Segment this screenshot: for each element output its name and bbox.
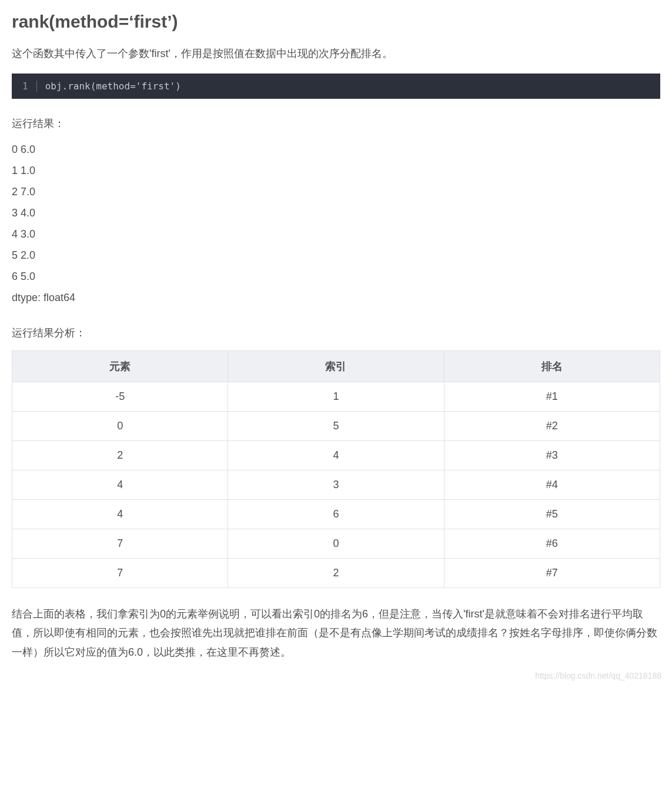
result-line: 0 6.0 [12,139,660,160]
table-cell: #3 [444,441,660,470]
result-line: 4 3.0 [12,223,660,245]
result-header: 运行结果： [12,116,660,131]
table-cell: 2 [12,441,228,470]
analysis-header: 运行结果分析： [12,326,660,340]
table-row: 7 0 #6 [12,529,660,559]
table-cell: 5 [228,412,444,441]
table-cell: 1 [228,382,444,412]
table-cell: 4 [12,500,228,529]
intro-paragraph: 这个函数其中传入了一个参数'first'，作用是按照值在数据中出现的次序分配排名… [12,46,660,62]
watermark: https://blog.csdn.net/qq_40218188 [535,671,661,680]
table-row: -5 1 #1 [12,382,660,412]
table-header-row: 元素 索引 排名 [12,351,660,382]
table-header-cell: 元素 [12,351,228,382]
section-heading: rank(method=‘first’) [12,12,660,32]
table-cell: 4 [12,470,228,500]
table-row: 0 5 #2 [12,412,660,441]
conclusion-paragraph: 结合上面的表格，我们拿索引为0的元素举例说明，可以看出索引0的排名为6，但是注意… [12,605,660,662]
result-line: 3 4.0 [12,202,660,223]
table-header-cell: 排名 [444,351,660,382]
table-cell: #1 [444,382,660,412]
result-line: 1 1.0 [12,160,660,181]
table-cell: #7 [444,559,660,588]
table-cell: #6 [444,529,660,559]
result-output: 0 6.0 1 1.0 2 7.0 3 4.0 4 3.0 5 2.0 6 5.… [12,139,660,308]
result-line: 2 7.0 [12,181,660,202]
table-cell: 2 [228,559,444,588]
table-cell: 7 [12,529,228,559]
table-cell: 0 [12,412,228,441]
result-line: 6 5.0 [12,266,660,287]
table-cell: 6 [228,500,444,529]
table-cell: 3 [228,470,444,500]
table-row: 4 3 #4 [12,470,660,500]
code-content: obj.rank(method='first') [45,81,181,92]
table-row: 7 2 #7 [12,559,660,588]
result-line: dtype: float64 [12,287,660,308]
table-cell: #5 [444,500,660,529]
table-row: 4 6 #5 [12,500,660,529]
table-cell: 0 [228,529,444,559]
code-line-number: 1 [22,81,37,92]
code-block: 1 obj.rank(method='first') [12,74,660,99]
table-cell: 7 [12,559,228,588]
result-line: 5 2.0 [12,245,660,266]
table-cell: #4 [444,470,660,500]
table-cell: -5 [12,382,228,412]
analysis-table: 元素 索引 排名 -5 1 #1 0 5 #2 2 4 #3 4 3 #4 4 … [12,350,660,588]
table-header-cell: 索引 [228,351,444,382]
table-row: 2 4 #3 [12,441,660,470]
table-cell: #2 [444,412,660,441]
table-cell: 4 [228,441,444,470]
